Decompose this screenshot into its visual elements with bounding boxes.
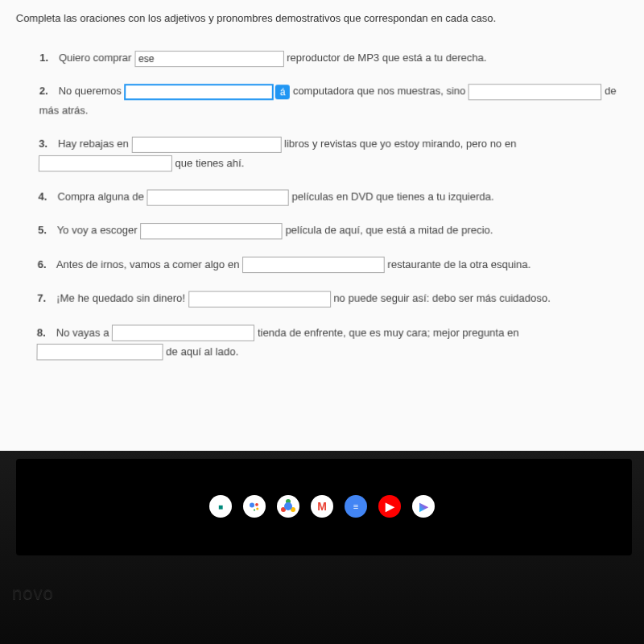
question-4: 4. Compra alguna de películas en DVD que… bbox=[38, 187, 630, 206]
answer-blank[interactable] bbox=[147, 189, 289, 205]
question-number: 6. bbox=[38, 254, 54, 274]
question-number: 1. bbox=[39, 48, 56, 67]
sentence-text: No vayas a bbox=[56, 326, 113, 338]
sentence-text: Quiero comprar bbox=[59, 52, 134, 64]
sentence-text: Antes de irnos, vamos a comer algo en bbox=[56, 258, 242, 270]
sentence-text: libros y revistas que yo estoy mirando, … bbox=[281, 138, 516, 150]
sentence-text: reproductor de MP3 que está a tu derecha… bbox=[283, 52, 486, 64]
questions-container: 1. Quiero comprar ese reproductor de MP3… bbox=[12, 48, 632, 361]
sentence-text: No queremos bbox=[58, 85, 124, 97]
sentence-text: de aquí al lado. bbox=[163, 345, 238, 357]
answer-blank[interactable] bbox=[469, 84, 602, 100]
question-3: 3. Hay rebajas en libros y revistas que … bbox=[39, 134, 630, 172]
question-5: 5. Yo voy a escoger película de aquí, qu… bbox=[38, 221, 630, 240]
sentence-text: ¡Me he quedado sin dinero! bbox=[56, 292, 188, 304]
sentence-text: que tienes ahí. bbox=[172, 157, 244, 169]
svg-point-2 bbox=[256, 508, 258, 510]
chrome-icon[interactable] bbox=[277, 495, 299, 518]
sentence-text: películas en DVD que tienes a tu izquier… bbox=[289, 190, 494, 202]
question-number: 2. bbox=[39, 82, 56, 101]
svg-point-1 bbox=[255, 503, 258, 506]
worksheet-page: Completa las oraciones con los adjetivos… bbox=[0, 0, 644, 475]
answer-blank[interactable] bbox=[131, 136, 281, 152]
svg-point-0 bbox=[250, 503, 254, 508]
instructions-text: Completa las oraciones con los adjetivos… bbox=[16, 12, 629, 24]
svg-point-3 bbox=[254, 509, 255, 510]
assistant-icon[interactable] bbox=[243, 495, 266, 518]
question-number: 8. bbox=[37, 323, 53, 342]
play-store-icon[interactable] bbox=[412, 495, 435, 518]
question-6: 6. Antes de irnos, vamos a comer algo en… bbox=[38, 254, 631, 274]
sentence-text: película de aquí, que está a mitad de pr… bbox=[283, 224, 493, 236]
answer-blank[interactable]: ese bbox=[134, 51, 283, 67]
chrome-os-shelf: M ≡ ▶ bbox=[209, 495, 435, 518]
sentence-text: restaurante de la otra esquina. bbox=[385, 258, 531, 270]
question-number: 5. bbox=[38, 221, 54, 240]
question-number: 4. bbox=[38, 187, 54, 206]
question-number: 3. bbox=[39, 134, 55, 154]
question-1: 1. Quiero comprar ese reproductor de MP3… bbox=[39, 48, 629, 67]
sentence-text: Yo voy a escoger bbox=[57, 224, 141, 236]
answer-blank[interactable] bbox=[36, 344, 163, 361]
youtube-icon[interactable]: ▶ bbox=[378, 495, 401, 518]
question-8: 8. No vayas a tienda de enfrente, que es… bbox=[36, 323, 632, 361]
sentence-text: tienda de enfrente, que es muy cara; mej… bbox=[254, 326, 518, 338]
answer-blank[interactable] bbox=[140, 223, 283, 239]
sentence-text: no puede seguir así: debo ser más cuidad… bbox=[331, 292, 551, 304]
answer-blank[interactable] bbox=[242, 257, 385, 273]
laptop-bezel: novo bbox=[0, 451, 644, 644]
sentence-text: Hay rebajas en bbox=[58, 138, 132, 150]
laptop-brand-text: novo bbox=[12, 583, 54, 604]
question-2: 2. No queremos á computadora que nos mue… bbox=[39, 82, 629, 120]
question-number: 7. bbox=[37, 289, 53, 308]
sentence-text: computadora que nos muestras, sino bbox=[290, 85, 469, 97]
docs-icon[interactable]: ≡ bbox=[345, 495, 367, 518]
meet-icon[interactable] bbox=[209, 495, 232, 518]
answer-blank[interactable] bbox=[124, 84, 274, 100]
sentence-text: Compra alguna de bbox=[57, 190, 147, 202]
answer-blank[interactable] bbox=[112, 325, 254, 341]
gmail-icon[interactable]: M bbox=[311, 495, 333, 518]
answer-blank[interactable] bbox=[39, 155, 172, 171]
question-7: 7. ¡Me he quedado sin dinero! no puede s… bbox=[37, 289, 631, 308]
answer-blank[interactable] bbox=[188, 291, 331, 307]
accent-helper-button[interactable]: á bbox=[275, 85, 290, 99]
